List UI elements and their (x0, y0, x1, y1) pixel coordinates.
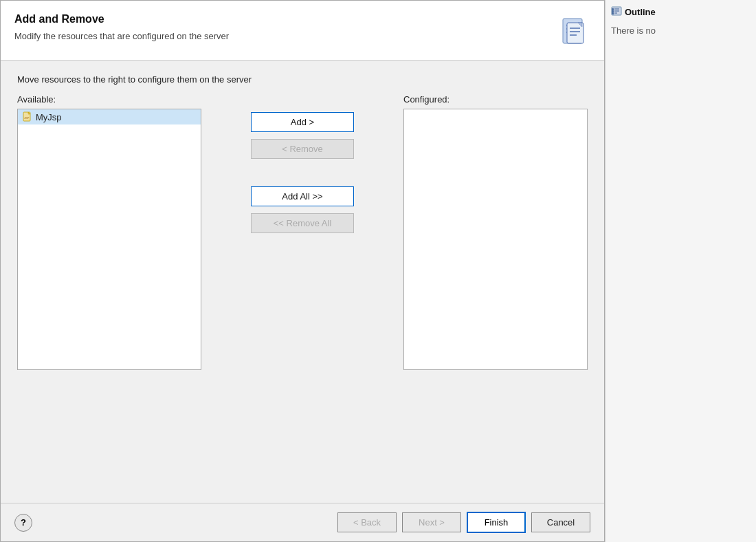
jsp-file-icon: JSP (22, 111, 33, 122)
dialog-header-text: Add and Remove Modify the resources that… (14, 13, 229, 41)
dialog-footer: ? < Back Next > Finish Cancel (1, 503, 604, 541)
available-item-label: MyJsp (36, 112, 62, 122)
instruction-text: Move resources to the right to configure… (17, 74, 588, 85)
configured-section: Configured: (403, 94, 588, 370)
svg-rect-15 (612, 8, 614, 10)
remove-all-button[interactable]: << Remove All (251, 213, 354, 233)
resources-area: Available: JSP MyJsp (17, 94, 588, 492)
cancel-button[interactable]: Cancel (531, 512, 590, 532)
outline-header: Outline (611, 6, 751, 19)
configured-label: Configured: (403, 94, 588, 105)
dialog-title: Add and Remove (14, 13, 229, 25)
outline-label: Outline (625, 7, 656, 17)
dialog-header: Add and Remove Modify the resources that… (1, 1, 604, 61)
available-section: Available: JSP MyJsp (17, 94, 201, 370)
svg-rect-17 (612, 12, 614, 14)
transfer-buttons-section: Add > < Remove Add All >> << Remove All (201, 112, 403, 233)
dialog-subtitle: Modify the resources that are configured… (14, 31, 229, 41)
finish-button[interactable]: Finish (467, 512, 526, 533)
available-label: Available: (17, 94, 201, 105)
configured-list[interactable] (403, 109, 588, 370)
back-button[interactable]: < Back (337, 512, 397, 532)
add-all-button[interactable]: Add All >> (251, 186, 354, 206)
add-remove-dialog: Add and Remove Modify the resources that… (0, 0, 605, 542)
remove-button[interactable]: < Remove (251, 139, 354, 159)
footer-right: < Back Next > Finish Cancel (337, 512, 590, 533)
dialog-header-icon (555, 13, 590, 49)
outline-panel: Outline There is no (605, 0, 756, 542)
svg-text:JSP: JSP (24, 116, 30, 120)
svg-rect-16 (612, 10, 614, 12)
add-button[interactable]: Add > (251, 112, 354, 132)
outline-content: There is no (611, 25, 751, 36)
list-item[interactable]: JSP MyJsp (18, 109, 201, 124)
available-list[interactable]: JSP MyJsp (17, 109, 201, 370)
outline-icon (611, 6, 622, 19)
help-button[interactable]: ? (14, 514, 32, 532)
dialog-body: Move resources to the right to configure… (1, 61, 604, 503)
next-button[interactable]: Next > (402, 512, 461, 532)
footer-left: ? (14, 514, 32, 532)
